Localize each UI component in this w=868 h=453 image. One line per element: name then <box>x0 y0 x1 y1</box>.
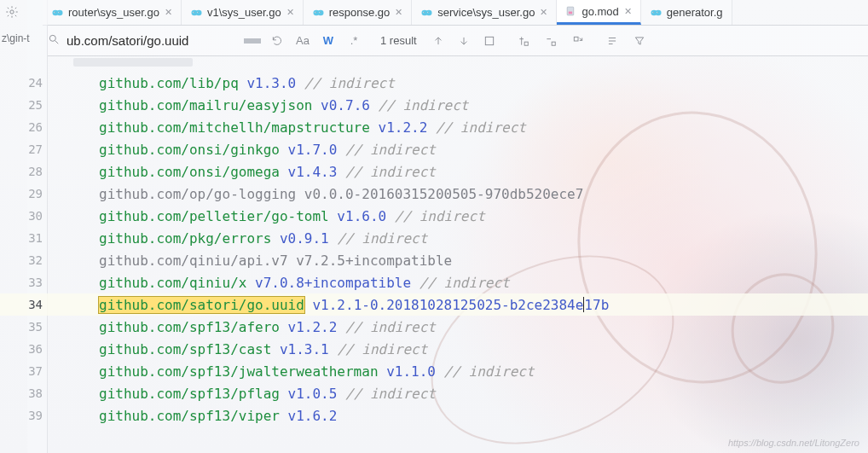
code-line[interactable]: 32github.com/qiniu/api.v7 v7.2.5+incompa… <box>0 249 868 271</box>
svg-point-14 <box>317 9 323 15</box>
select-all-occurrences-button[interactable] <box>480 32 499 50</box>
remove-selection-icon[interactable] <box>541 32 560 50</box>
svg-rect-26 <box>569 12 572 15</box>
go-file-icon <box>190 8 202 18</box>
svg-point-5 <box>55 12 55 13</box>
editor-tab[interactable]: v1\sys_user.go ✕ <box>182 0 304 25</box>
editor-tab[interactable]: generator.g <box>641 0 732 25</box>
svg-point-2 <box>57 9 63 15</box>
svg-point-24 <box>428 12 429 13</box>
svg-line-34 <box>55 41 59 44</box>
go-file-icon <box>51 8 63 18</box>
add-selection-icon[interactable] <box>514 32 533 50</box>
svg-point-17 <box>315 12 316 13</box>
tab-label: service\sys_user.go <box>437 6 535 19</box>
code-line[interactable]: 35github.com/spf13/afero v1.2.2 // indir… <box>0 316 868 338</box>
go-mod-file-icon <box>565 5 576 17</box>
svg-point-11 <box>194 12 194 13</box>
svg-point-20 <box>426 9 432 15</box>
close-tab-icon[interactable]: ✕ <box>624 6 632 17</box>
select-all-icon[interactable] <box>569 32 587 50</box>
svg-rect-37 <box>552 42 555 45</box>
close-tab-icon[interactable]: ✕ <box>286 7 294 18</box>
toggle-list-icon[interactable] <box>603 32 622 50</box>
undo-search-icon[interactable] <box>268 32 286 50</box>
code-line[interactable]: 33github.com/qiniu/x v7.0.8+incompatible… <box>0 271 868 293</box>
match-case-toggle[interactable]: Aa <box>293 32 312 50</box>
find-toolbar: Aa W .* 1 result <box>48 26 868 56</box>
search-history-icon[interactable] <box>244 38 261 44</box>
code-line[interactable]: 37github.com/spf13/jwalterweatherman v1.… <box>0 360 868 382</box>
prev-match-button[interactable] <box>429 32 448 50</box>
tab-label: router\sys_user.go <box>68 6 159 19</box>
search-result-count: 1 result <box>380 34 417 47</box>
svg-point-8 <box>195 9 201 15</box>
filter-icon[interactable] <box>630 32 649 50</box>
tab-label: response.go <box>329 6 391 19</box>
search-icon <box>48 33 60 48</box>
code-line[interactable]: 34github.com/satori/go.uuid v1.2.1-0.201… <box>0 293 868 316</box>
gear-icon <box>5 5 19 19</box>
tab-label: v1\sys_user.go <box>207 6 281 19</box>
close-tab-icon[interactable]: ✕ <box>540 7 547 18</box>
code-line[interactable]: 29github.com/op/go-logging v0.0.0-201603… <box>0 183 868 205</box>
whole-word-toggle[interactable]: W <box>319 32 338 50</box>
svg-point-0 <box>10 10 14 14</box>
code-line[interactable]: 26github.com/mitchellh/mapstructure v1.2… <box>0 116 868 138</box>
next-match-button[interactable] <box>454 32 473 50</box>
svg-point-33 <box>49 35 55 41</box>
svg-rect-38 <box>574 37 578 41</box>
code-line[interactable]: 24github.com/lib/pq v1.3.0 // indirect <box>0 72 868 94</box>
go-file-icon <box>650 8 662 18</box>
go-file-icon <box>312 8 324 18</box>
editor-tab[interactable]: response.go ✕ <box>304 0 413 25</box>
code-line[interactable]: 36github.com/spf13/cast v1.3.1 // indire… <box>0 338 868 360</box>
editor-tab[interactable]: service\sys_user.go ✕ <box>412 0 557 25</box>
horizontal-scroll-hint[interactable] <box>73 58 193 67</box>
svg-point-6 <box>59 12 60 13</box>
close-tab-icon[interactable]: ✕ <box>395 7 402 18</box>
svg-point-31 <box>653 12 654 13</box>
svg-point-32 <box>657 12 658 13</box>
svg-point-12 <box>198 12 199 13</box>
tab-label: go.mod <box>582 5 618 18</box>
code-line[interactable]: 31github.com/pkg/errors v0.9.1 // indire… <box>0 227 868 249</box>
go-file-icon <box>420 8 432 18</box>
svg-rect-36 <box>524 42 528 45</box>
search-match: github.com/satori/go.uuid <box>99 297 304 313</box>
editor-tab[interactable]: router\sys_user.go ✕ <box>43 0 182 25</box>
editor-tabs: router\sys_user.go ✕v1\sys_user.go ✕resp… <box>43 0 868 26</box>
code-editor[interactable]: 24github.com/lib/pq v1.3.0 // indirect25… <box>0 72 868 453</box>
svg-point-23 <box>424 12 425 13</box>
settings-gear-button[interactable] <box>2 5 22 26</box>
code-line[interactable]: 28github.com/onsi/gomega v1.4.3 // indir… <box>0 160 868 183</box>
project-path-fragment: z\gin-t <box>2 32 30 44</box>
code-line[interactable]: 30github.com/pelletier/go-toml v1.6.0 //… <box>0 205 868 227</box>
svg-point-18 <box>320 12 321 13</box>
svg-rect-35 <box>485 37 493 44</box>
editor-tab[interactable]: go.mod ✕ <box>557 0 640 25</box>
code-line[interactable]: 38github.com/spf13/pflag v1.0.5 // indir… <box>0 382 868 404</box>
code-line[interactable]: 27github.com/onsi/ginkgo v1.7.0 // indir… <box>0 138 868 160</box>
regex-toggle[interactable]: .* <box>344 32 363 50</box>
svg-rect-25 <box>568 7 575 15</box>
close-tab-icon[interactable]: ✕ <box>165 7 172 18</box>
tab-label: generator.g <box>667 6 723 19</box>
watermark-text: https://blog.csdn.net/LitongZero <box>728 438 859 448</box>
code-line[interactable]: 25github.com/mailru/easyjson v0.7.6 // i… <box>0 94 868 116</box>
svg-point-28 <box>655 9 661 15</box>
code-line[interactable]: 39github.com/spf13/viper v1.6.2 <box>0 404 868 427</box>
search-input[interactable] <box>67 32 237 49</box>
